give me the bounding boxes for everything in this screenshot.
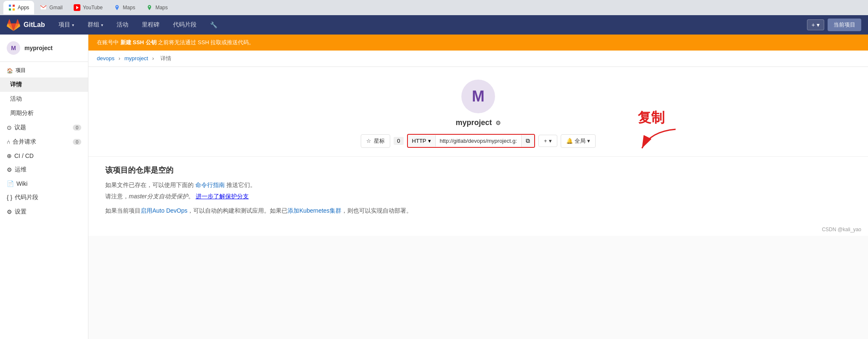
sidebar-section-project-title: 🏠 项目: [7, 67, 81, 74]
navbar-plus-button[interactable]: + ▾: [807, 19, 824, 30]
main-layout: M myproject 🏠 项目 详情 活动 周期分析 ⊙ 议题 0: [0, 35, 868, 339]
ops-icon: ⚙: [7, 166, 12, 173]
gitlab-logo[interactable]: GitLab: [7, 18, 45, 32]
sidebar-item-snippets[interactable]: { } 代码片段: [0, 190, 88, 205]
warning-text-before: 在账号中: [97, 39, 120, 45]
nav-projects[interactable]: 项目 ▾: [53, 15, 79, 35]
notify-label: 全局: [575, 137, 586, 145]
tab-gmail-label: Gmail: [49, 5, 62, 11]
repo-auto-devops: 如果当前项目启用Auto DevOps，可以自动的构建和测试应用。如果已添加Ku…: [105, 207, 851, 215]
nav-activity-label: 活动: [117, 21, 128, 29]
star-icon: ☆: [366, 138, 371, 144]
tab-apps[interactable]: Apps: [3, 1, 34, 14]
nav-groups-label: 群组: [88, 21, 99, 29]
sidebar-item-issues[interactable]: ⊙ 议题 0: [0, 120, 88, 135]
nav-projects-caret: ▾: [72, 23, 74, 27]
svg-rect-1: [13, 5, 15, 7]
apps-icon: [8, 4, 15, 11]
svg-rect-3: [13, 8, 15, 11]
notify-caret: ▾: [587, 138, 590, 144]
plus-caret: ▾: [817, 21, 820, 28]
notify-button[interactable]: 🔔 全局 ▾: [561, 134, 596, 148]
repo-desc: 如果文件已存在，可以使用下面的 命令行指南 推送它们。: [105, 180, 851, 190]
repo-content: 该项目的仓库是空的 如果文件已存在，可以使用下面的 命令行指南 推送它们。 请注…: [88, 156, 868, 223]
sidebar-item-cicd[interactable]: ⊕ CI / CD: [0, 149, 88, 163]
copy-annotation-group: 复制: [638, 109, 680, 152]
navbar-right: + ▾ 当前项目: [807, 19, 861, 31]
cli-guide-link[interactable]: 命令行指南: [195, 182, 225, 188]
warning-link[interactable]: 新建 SSH 公钥: [120, 39, 157, 45]
protect-branch-link[interactable]: 进一步了解保护分支: [196, 193, 249, 200]
nav-groups[interactable]: 群组 ▾: [83, 15, 108, 35]
browser-tabs-bar: Apps Gmail YouTube Maps Maps: [0, 0, 868, 15]
breadcrumb-detail: 详情: [160, 55, 171, 61]
url-protocol-selector[interactable]: HTTP ▾: [408, 135, 436, 147]
wiki-icon: 📄: [7, 180, 14, 187]
sidebar-item-detail[interactable]: 详情: [0, 77, 88, 92]
breadcrumb-sep1: ›: [119, 55, 122, 61]
nav-snippets[interactable]: 代码片段: [168, 15, 202, 35]
add-icon: +: [544, 138, 547, 144]
star-count: 0: [394, 137, 403, 145]
tab-gmail[interactable]: Gmail: [35, 1, 67, 14]
sidebar-item-settings[interactable]: ⚙ 设置: [0, 205, 88, 219]
sidebar-item-ops[interactable]: ⚙ 运维: [0, 163, 88, 177]
nav-snippets-label: 代码片段: [173, 21, 197, 29]
url-protocol-caret: ▾: [428, 138, 431, 144]
sidebar-avatar: M: [7, 41, 20, 55]
k8s-link[interactable]: 添加Kubernetes集群: [288, 207, 341, 214]
issues-icon: ⊙: [7, 124, 12, 131]
sidebar-item-wiki[interactable]: 📄 Wiki: [0, 177, 88, 190]
warning-banner: 在账号中 新建 SSH 公钥 之前将无法通过 SSH 拉取或推送代码。: [88, 35, 868, 51]
project-settings-icon[interactable]: ⚙: [495, 120, 501, 126]
copy-url-button[interactable]: ⧉: [521, 135, 534, 147]
repo-empty-title: 该项目的仓库是空的: [105, 165, 851, 175]
breadcrumb: devops › myproject › 详情: [88, 51, 868, 67]
sidebar-item-activity[interactable]: 活动: [0, 92, 88, 106]
sidebar-section-project: 🏠 项目: [0, 62, 88, 77]
copy-icon: ⧉: [526, 137, 530, 144]
svg-rect-0: [9, 5, 11, 7]
gitlab-logo-text: GitLab: [24, 21, 45, 29]
tab-youtube[interactable]: YouTube: [69, 1, 108, 14]
sidebar-project-header: M myproject: [0, 35, 88, 62]
snippets-icon: { }: [7, 194, 12, 201]
sidebar-item-mergerequests[interactable]: ⑃ 合并请求 0: [0, 135, 88, 149]
sidebar-item-cycle[interactable]: 周期分析: [0, 106, 88, 120]
watermark: CSDN @kali_yao: [88, 223, 868, 236]
tab-apps-label: Apps: [18, 5, 29, 11]
svg-rect-2: [9, 8, 11, 11]
wrench-icon: 🔧: [210, 21, 217, 28]
settings-icon: ⚙: [7, 208, 12, 215]
home-icon: 🏠: [7, 68, 13, 74]
plus-icon: +: [812, 21, 815, 28]
maps1-icon: [114, 4, 120, 11]
main-content: 在账号中 新建 SSH 公钥 之前将无法通过 SSH 拉取或推送代码。 devo…: [88, 35, 868, 339]
tab-maps1-label: Maps: [123, 5, 135, 11]
project-header: M myproject ⚙ ☆ 星标 0 HTTP ▾ http://g: [88, 67, 868, 156]
url-text: http://gitlab/devops/myproject.g:: [436, 135, 522, 147]
mergerequests-badge: 0: [73, 139, 81, 145]
star-button[interactable]: ☆ 星标: [361, 134, 390, 148]
nav-activity[interactable]: 活动: [112, 15, 133, 35]
project-title: myproject ⚙: [455, 118, 501, 127]
auto-devops-link[interactable]: 启用Auto DevOps: [141, 207, 187, 214]
sidebar: M myproject 🏠 项目 详情 活动 周期分析 ⊙ 议题 0: [0, 35, 88, 339]
gmail-icon: [40, 4, 47, 11]
nav-milestone[interactable]: 里程碑: [137, 15, 165, 35]
tab-youtube-label: YouTube: [83, 5, 103, 11]
action-bar: ☆ 星标 0 HTTP ▾ http://gitlab/devops/mypro…: [361, 134, 595, 148]
current-project-button[interactable]: 当前项目: [828, 19, 861, 31]
copy-annotation-text: 复制: [638, 109, 665, 127]
breadcrumb-devops[interactable]: devops: [97, 55, 114, 61]
breadcrumb-myproject[interactable]: myproject: [125, 55, 148, 61]
tab-maps2[interactable]: Maps: [141, 1, 173, 14]
bell-icon: 🔔: [566, 138, 573, 144]
warning-text-after: 之前将无法通过 SSH 拉取或推送代码。: [157, 39, 255, 45]
nav-admin[interactable]: 🔧: [205, 15, 222, 35]
cicd-icon: ⊕: [7, 152, 12, 159]
project-avatar: M: [461, 80, 495, 113]
add-button[interactable]: + ▾: [538, 135, 557, 147]
tab-maps1[interactable]: Maps: [109, 1, 140, 14]
nav-groups-caret: ▾: [101, 23, 103, 27]
